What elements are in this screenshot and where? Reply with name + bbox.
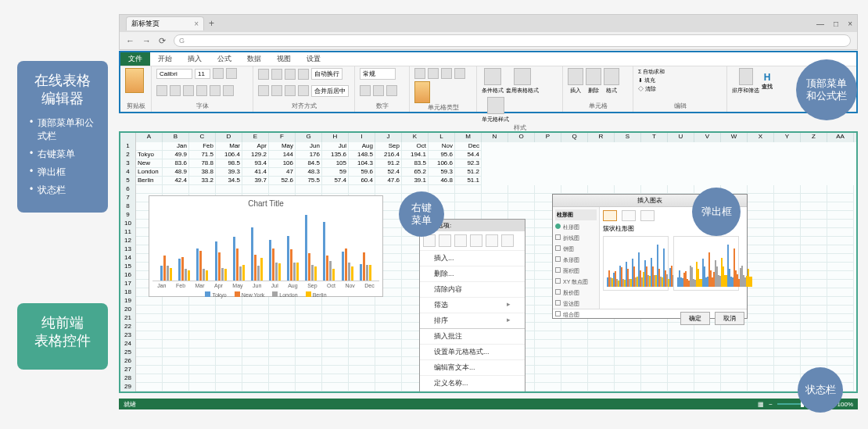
row-header[interactable]: 14 — [120, 254, 136, 263]
sort-filter-button[interactable] — [739, 68, 753, 85]
row-header[interactable]: 5 — [120, 177, 136, 185]
cell[interactable] — [827, 254, 854, 263]
cell[interactable] — [163, 357, 189, 366]
row-header[interactable]: 27 — [120, 366, 136, 374]
cell[interactable] — [561, 391, 588, 393]
cell[interactable]: 59.6 — [349, 168, 375, 177]
cell[interactable] — [827, 271, 854, 280]
cell[interactable]: May — [269, 142, 296, 151]
cell[interactable] — [269, 323, 296, 331]
cell[interactable] — [349, 306, 375, 314]
cell[interactable]: Feb — [189, 142, 216, 151]
cell[interactable] — [668, 349, 694, 357]
cell[interactable] — [801, 340, 827, 349]
cell[interactable] — [163, 366, 189, 374]
cell[interactable] — [801, 288, 827, 297]
row-header[interactable]: 28 — [120, 374, 136, 383]
cell[interactable] — [375, 349, 402, 357]
cell[interactable]: 92.3 — [455, 159, 482, 168]
cell[interactable] — [748, 340, 774, 349]
wrap-text-button[interactable]: 自动换行 — [311, 68, 343, 80]
cell[interactable] — [827, 185, 854, 194]
cell[interactable] — [375, 383, 402, 391]
row-header[interactable]: 24 — [120, 340, 136, 349]
cell[interactable]: 34.5 — [216, 177, 242, 185]
dialog-category-item[interactable]: 折线图 — [555, 233, 597, 244]
ribbon-tab-4[interactable]: 数据 — [239, 52, 269, 66]
merge-button[interactable]: 合并后居中 — [311, 85, 349, 97]
cell[interactable] — [694, 331, 721, 340]
cell[interactable] — [269, 297, 296, 306]
dialog-category-item[interactable]: 柱形图 — [555, 222, 597, 233]
underline-icon[interactable] — [183, 85, 194, 96]
column-header[interactable]: T — [641, 133, 668, 142]
cell[interactable] — [216, 340, 242, 349]
ribbon-tab-5[interactable]: 视图 — [269, 52, 299, 66]
column-header[interactable]: Q — [561, 133, 588, 142]
new-tab-button[interactable]: + — [209, 18, 214, 29]
cell[interactable] — [216, 185, 242, 194]
cell[interactable] — [242, 185, 269, 194]
align-top-icon[interactable] — [258, 69, 269, 80]
cell[interactable]: 52.6 — [269, 177, 296, 185]
dialog-category-item[interactable]: 雷达图 — [555, 299, 597, 309]
row-header[interactable]: 2 — [120, 151, 136, 159]
reload-icon[interactable]: ⟳ — [159, 36, 166, 46]
cell[interactable] — [296, 383, 322, 391]
cell[interactable] — [827, 228, 854, 237]
row-header[interactable]: 26 — [120, 357, 136, 366]
cell[interactable] — [296, 340, 322, 349]
cell[interactable]: 106.4 — [216, 151, 242, 159]
cell[interactable] — [189, 306, 216, 314]
cell[interactable]: 46.8 — [429, 177, 455, 185]
cell[interactable]: 95.6 — [429, 151, 455, 159]
row-header[interactable]: 19 — [120, 297, 136, 306]
cell[interactable] — [136, 323, 163, 331]
cell[interactable] — [641, 366, 668, 374]
cell[interactable] — [615, 366, 641, 374]
ctx-filter[interactable]: 筛选 — [420, 297, 525, 313]
cell[interactable]: 75.5 — [296, 177, 322, 185]
hyperlink-type-icon[interactable] — [454, 68, 465, 79]
clear-button[interactable]: ◇ 清除 — [638, 85, 656, 93]
cell[interactable] — [136, 314, 163, 323]
cell[interactable] — [721, 349, 748, 357]
cell[interactable] — [827, 323, 854, 331]
cell[interactable] — [189, 314, 216, 323]
cell[interactable]: New York — [136, 159, 163, 168]
cell[interactable] — [827, 202, 854, 211]
cell[interactable]: Aug — [349, 142, 375, 151]
cell[interactable] — [588, 185, 615, 194]
cell[interactable] — [774, 271, 801, 280]
cell[interactable] — [588, 391, 615, 393]
cell[interactable]: Berlin — [136, 177, 163, 185]
row-header[interactable]: 22 — [120, 323, 136, 331]
cell[interactable] — [561, 340, 588, 349]
cell[interactable] — [535, 383, 561, 391]
cell[interactable] — [535, 185, 561, 194]
cell[interactable] — [801, 323, 827, 331]
cell[interactable] — [801, 314, 827, 323]
cell[interactable] — [349, 323, 375, 331]
cell[interactable] — [748, 228, 774, 237]
align-left-icon[interactable] — [258, 85, 269, 96]
column-header[interactable]: E — [242, 133, 269, 142]
cell[interactable] — [641, 185, 668, 194]
cell[interactable]: 47 — [269, 168, 296, 177]
ctx-comment[interactable]: 插入批注 — [420, 328, 525, 344]
checkbox-type-icon[interactable] — [428, 68, 439, 79]
cell[interactable]: 51.1 — [455, 177, 482, 185]
cell[interactable] — [588, 357, 615, 366]
cell[interactable] — [827, 349, 854, 357]
cell[interactable] — [641, 374, 668, 383]
cell[interactable] — [721, 374, 748, 383]
cell[interactable] — [269, 306, 296, 314]
delete-cell-button[interactable] — [586, 68, 601, 85]
cell[interactable] — [774, 306, 801, 314]
cell[interactable] — [721, 331, 748, 340]
cell[interactable]: 39.3 — [216, 168, 242, 177]
column-header[interactable]: Z — [801, 133, 827, 142]
clicon-clustered[interactable] — [603, 210, 617, 221]
find-button[interactable]: H查找 — [762, 72, 773, 91]
column-header[interactable]: P — [535, 133, 561, 142]
